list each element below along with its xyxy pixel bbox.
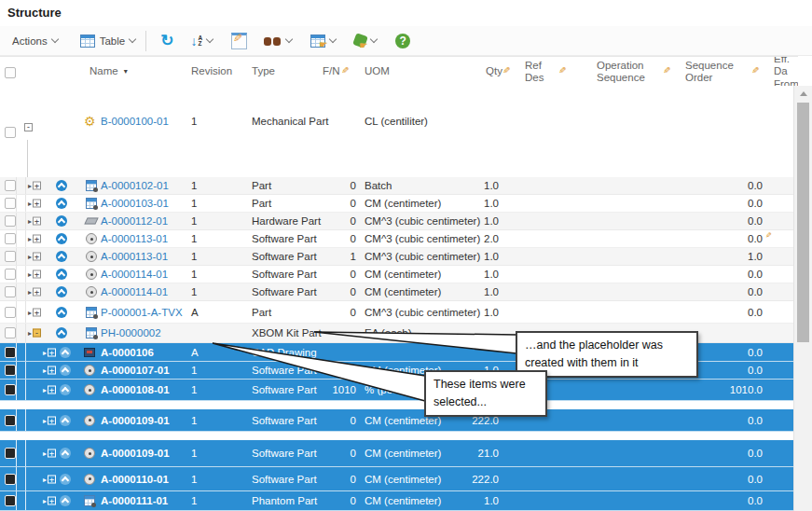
row-checkbox[interactable] — [5, 233, 16, 244]
item-link[interactable]: A-0000107-01 — [101, 365, 170, 376]
column-header-refdes[interactable]: Ref Des — [525, 57, 544, 87]
tree-expander[interactable] — [28, 308, 41, 316]
navigate-icon[interactable] — [60, 365, 71, 376]
item-link[interactable]: A-0000109-01 — [101, 448, 170, 459]
tree-expander[interactable] — [43, 366, 56, 375]
help-button[interactable] — [390, 31, 416, 51]
item-link[interactable]: PH-0000002 — [101, 327, 161, 338]
table-row[interactable]: A-0000110-01 1 Software Part 0 CM (centi… — [0, 467, 794, 491]
table-row[interactable]: A-0000112-01 1 Hardware Part 0 CM^3 (cub… — [0, 213, 794, 230]
column-header-uom[interactable]: UOM — [365, 57, 390, 87]
row-checkbox[interactable] — [5, 365, 16, 376]
tree-expander[interactable] — [28, 253, 41, 261]
navigate-icon[interactable] — [56, 180, 67, 191]
item-link[interactable]: A-0000114-01 — [101, 286, 168, 297]
item-link[interactable]: B-0000100-01 — [101, 112, 169, 131]
navigate-icon[interactable] — [56, 269, 67, 280]
tree-expander[interactable] — [28, 270, 41, 279]
scrollbar-thumb[interactable] — [797, 103, 809, 342]
find-button[interactable] — [258, 33, 297, 49]
table-row[interactable]: A-0000103-01 1 Part 0 CM (centimeter) 1.… — [0, 195, 794, 213]
navigate-icon[interactable] — [60, 347, 71, 358]
tree-expander[interactable] — [43, 386, 56, 394]
tree-expander[interactable] — [43, 475, 56, 483]
row-checkbox[interactable] — [5, 495, 16, 506]
tree-expander[interactable] — [28, 217, 41, 226]
navigate-icon[interactable] — [56, 233, 67, 244]
navigate-icon[interactable] — [56, 198, 67, 209]
table-row[interactable]: A-0000102-01 1 Part 0 Batch 1.0 0.0 — [0, 177, 794, 195]
tree-expander[interactable] — [43, 449, 56, 458]
row-checkbox[interactable] — [5, 180, 16, 191]
row-checkbox[interactable] — [5, 198, 16, 209]
item-link[interactable]: A-0000114-01 — [101, 269, 168, 280]
column-header-qty[interactable]: Qty — [486, 57, 502, 87]
tree-expander[interactable] — [43, 348, 56, 356]
sort-button[interactable]: AZ — [185, 33, 218, 49]
select-all-checkbox[interactable] — [5, 67, 16, 78]
item-link[interactable]: A-0000113-01 — [101, 251, 168, 262]
tree-expander[interactable] — [24, 123, 33, 131]
paste-button[interactable] — [349, 32, 382, 49]
column-header-revision[interactable]: Revision — [191, 57, 232, 87]
item-link[interactable]: A-0000110-01 — [101, 474, 169, 485]
vertical-scrollbar[interactable] — [793, 86, 812, 511]
table-select-button[interactable] — [305, 32, 341, 50]
item-link[interactable]: A-0000106 — [101, 347, 154, 358]
row-checkbox[interactable] — [5, 269, 16, 280]
tree-expander[interactable] — [28, 288, 41, 297]
navigate-icon[interactable] — [56, 307, 67, 318]
table-row[interactable]: A-0000114-01 1 Software Part 0 CM (centi… — [0, 266, 794, 283]
item-link[interactable]: A-0000103-01 — [101, 198, 169, 209]
edit-button[interactable] — [226, 30, 253, 52]
row-checkbox[interactable] — [5, 327, 16, 338]
item-link[interactable]: A-0000111-01 — [101, 495, 168, 506]
navigate-icon[interactable] — [56, 286, 67, 297]
row-checkbox[interactable] — [5, 347, 16, 358]
column-header-sequence-order[interactable]: Sequence Order — [685, 57, 734, 87]
scrollbar-up-arrow-icon[interactable] — [794, 86, 812, 102]
table-row[interactable]: A-0000113-01 1 Software Part 1 CM^3 (cub… — [0, 248, 794, 266]
navigate-icon[interactable] — [56, 327, 67, 338]
tree-expander[interactable] — [43, 497, 56, 505]
row-checkbox[interactable] — [5, 448, 16, 459]
row-checkbox[interactable] — [5, 215, 16, 227]
item-link[interactable]: A-0000112-01 — [101, 215, 168, 227]
table-view-menu-button[interactable]: Table — [76, 31, 141, 51]
actions-menu-button[interactable]: Actions — [7, 32, 62, 50]
navigate-icon[interactable] — [60, 384, 71, 395]
table-row[interactable]: A-0000114-01 1 Software Part 0 CM (centi… — [0, 283, 794, 301]
tree-expander[interactable] — [28, 200, 41, 208]
root-row[interactable]: B-0000100-01 1 Mechanical Part CL (centi… — [0, 86, 794, 177]
row-checkbox[interactable] — [5, 384, 16, 395]
table-row[interactable]: A-0000109-01 1 Software Part 0 CM (centi… — [0, 409, 794, 432]
column-header-fn[interactable]: F/N — [323, 57, 340, 87]
column-header-operation-sequence[interactable]: Operation Sequence — [597, 57, 645, 87]
column-header-name[interactable]: Name — [89, 57, 128, 87]
column-header-type[interactable]: Type — [252, 57, 275, 87]
row-checkbox[interactable] — [5, 251, 16, 262]
row-checkbox[interactable] — [5, 127, 16, 138]
row-checkbox[interactable] — [5, 415, 16, 426]
navigate-icon[interactable] — [60, 415, 71, 426]
table-row[interactable]: A-0000109-01 1 Software Part 0 CM (centi… — [0, 440, 794, 467]
table-row[interactable]: A-0000111-01 1 Phantom Part 0 CM (centim… — [0, 491, 794, 511]
row-checkbox[interactable] — [5, 474, 16, 485]
item-link[interactable]: P-000001-A-TVX — [101, 307, 183, 318]
navigate-icon[interactable] — [60, 474, 71, 485]
navigate-icon[interactable] — [60, 448, 71, 459]
tree-expander[interactable] — [28, 329, 41, 338]
tree-expander[interactable] — [28, 235, 41, 243]
item-link[interactable]: A-0000113-01 — [101, 233, 168, 244]
navigate-icon[interactable] — [60, 495, 71, 506]
item-link[interactable]: A-0000109-01 — [101, 415, 170, 426]
row-checkbox[interactable] — [5, 286, 16, 297]
item-link[interactable]: A-0000108-01 — [101, 384, 170, 395]
table-row[interactable]: A-0000113-01 1 Software Part 0 CM^3 (cub… — [0, 230, 794, 248]
navigate-icon[interactable] — [56, 251, 67, 262]
table-row[interactable]: A-0000108-01 1 Software Part 1010 % (per… — [0, 380, 794, 401]
refresh-button[interactable] — [155, 32, 179, 50]
tree-expander[interactable] — [43, 416, 56, 424]
navigate-icon[interactable] — [56, 215, 67, 227]
column-header-eff-date-from[interactable]: Eff. Da From — [774, 57, 798, 87]
